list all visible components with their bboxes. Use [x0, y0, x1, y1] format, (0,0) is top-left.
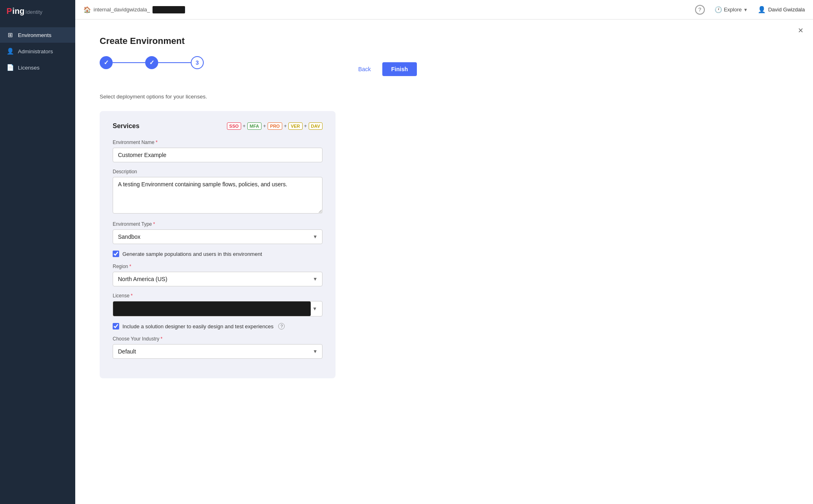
env-name-input[interactable] — [113, 148, 323, 162]
solution-help-icon[interactable]: ? — [278, 323, 285, 329]
plus-1: + — [243, 123, 246, 129]
sidebar-item-administrators[interactable]: 👤 Administrators — [0, 44, 75, 59]
form-card: Services SSO + MFA + PRO + VER + DAV — [100, 111, 336, 378]
sidebar-item-environments-label: Environments — [18, 32, 52, 38]
badge-ver: VER — [288, 122, 303, 130]
env-name-label: Environment Name * — [113, 140, 323, 145]
region-label: Region * — [113, 264, 323, 269]
env-name-group: Environment Name * — [113, 140, 323, 162]
industry-select-wrap: Default Financial Services Healthcare Re… — [113, 344, 323, 359]
description-textarea[interactable]: A testing Environment containing sample … — [113, 177, 323, 214]
region-select-wrap: North America (US) Europe (EU) Asia Paci… — [113, 272, 323, 286]
plus-3: + — [284, 123, 287, 129]
sidebar-item-licenses-label: Licenses — [18, 65, 39, 71]
services-header: Services SSO + MFA + PRO + VER + DAV — [113, 122, 323, 130]
ping-logo: PingIdentity — [7, 7, 42, 16]
region-select[interactable]: North America (US) Europe (EU) Asia Paci… — [113, 272, 323, 286]
sample-checkbox-label: Generate sample populations and users in… — [122, 251, 262, 257]
step-1: ✓ — [100, 56, 113, 69]
stepper: ✓ ✓ 3 — [100, 56, 204, 69]
page-content: × Create Environment ✓ ✓ 3 — [75, 20, 813, 504]
sidebar-logo: PingIdentity — [0, 0, 75, 24]
user-name: David Gwizdala — [768, 7, 805, 13]
user-area[interactable]: 👤 David Gwizdala — [758, 6, 805, 13]
topbar: 🏠 internal_davidgwizdala_ ? 🕐 Explore ▼ … — [75, 0, 813, 20]
description-label: Description — [113, 169, 323, 175]
clock-icon: 🕐 — [715, 6, 722, 13]
required-star: * — [156, 140, 158, 145]
finish-button[interactable]: Finish — [382, 62, 417, 76]
explore-label: Explore — [724, 7, 742, 13]
solution-checkbox-label: Include a solution designer to easily de… — [122, 323, 273, 329]
badge-sso: SSO — [227, 122, 241, 130]
license-label: License * — [113, 293, 323, 299]
page-subtitle: Select deployment options for your licen… — [100, 94, 417, 100]
sidebar-nav: ⊞ Environments 👤 Administrators 📄 Licens… — [0, 24, 75, 79]
breadcrumb-redacted — [153, 6, 185, 13]
home-icon: 🏠 — [83, 6, 91, 13]
administrators-icon: 👤 — [7, 48, 14, 55]
env-type-group: Environment Type * Sandbox Production ▼ — [113, 221, 323, 244]
step-3: 3 — [191, 56, 204, 69]
license-redacted — [113, 301, 311, 316]
services-title: Services — [113, 122, 139, 130]
env-type-label: Environment Type * — [113, 221, 323, 227]
plus-2: + — [263, 123, 266, 129]
industry-select[interactable]: Default Financial Services Healthcare Re… — [113, 344, 323, 359]
solution-checkbox[interactable] — [113, 323, 119, 329]
solution-checkbox-row: Include a solution designer to easily de… — [113, 323, 323, 329]
environments-icon: ⊞ — [7, 31, 14, 39]
topbar-right: ? 🕐 Explore ▼ 👤 David Gwizdala — [695, 4, 805, 15]
badge-mfa: MFA — [247, 122, 262, 130]
user-icon: 👤 — [758, 6, 766, 13]
license-group: License * ▼ — [113, 293, 323, 316]
explore-chevron-icon: ▼ — [743, 7, 748, 12]
explore-button[interactable]: 🕐 Explore ▼ — [711, 4, 751, 15]
step-line-2 — [158, 62, 191, 63]
breadcrumb-text: internal_davidgwizdala_ — [94, 7, 150, 13]
sidebar-item-licenses[interactable]: 📄 Licenses — [0, 60, 75, 75]
industry-group: Choose Your Industry * Default Financial… — [113, 336, 323, 359]
breadcrumb: 🏠 internal_davidgwizdala_ — [83, 6, 690, 13]
env-type-select[interactable]: Sandbox Production — [113, 229, 323, 244]
sidebar-item-administrators-label: Administrators — [18, 48, 53, 55]
badge-pro: PRO — [268, 122, 282, 130]
sample-checkbox-row: Generate sample populations and users in… — [113, 251, 323, 257]
dialog: × Create Environment ✓ ✓ 3 — [75, 20, 441, 395]
step-2: ✓ — [145, 56, 158, 69]
help-icon[interactable]: ? — [695, 5, 705, 15]
description-group: Description A testing Environment contai… — [113, 169, 323, 215]
plus-4: + — [304, 123, 307, 129]
license-field-wrap[interactable]: ▼ — [113, 301, 323, 316]
main-area: 🏠 internal_davidgwizdala_ ? 🕐 Explore ▼ … — [75, 0, 813, 504]
services-badges: SSO + MFA + PRO + VER + DAV — [227, 122, 323, 130]
page-title: Create Environment — [100, 36, 417, 46]
step-line-1 — [113, 62, 145, 63]
license-chevron-icon: ▼ — [311, 306, 319, 312]
sidebar: PingIdentity ⊞ Environments 👤 Administra… — [0, 0, 75, 504]
close-button[interactable]: × — [798, 26, 803, 35]
step-actions: Back Finish — [352, 62, 417, 76]
sample-checkbox[interactable] — [113, 251, 119, 257]
back-button[interactable]: Back — [352, 63, 377, 76]
env-type-select-wrap: Sandbox Production ▼ — [113, 229, 323, 244]
licenses-icon: 📄 — [7, 64, 14, 71]
industry-label: Choose Your Industry * — [113, 336, 323, 342]
badge-dav: DAV — [309, 122, 323, 130]
region-group: Region * North America (US) Europe (EU) … — [113, 264, 323, 286]
sidebar-item-environments[interactable]: ⊞ Environments — [0, 27, 75, 43]
